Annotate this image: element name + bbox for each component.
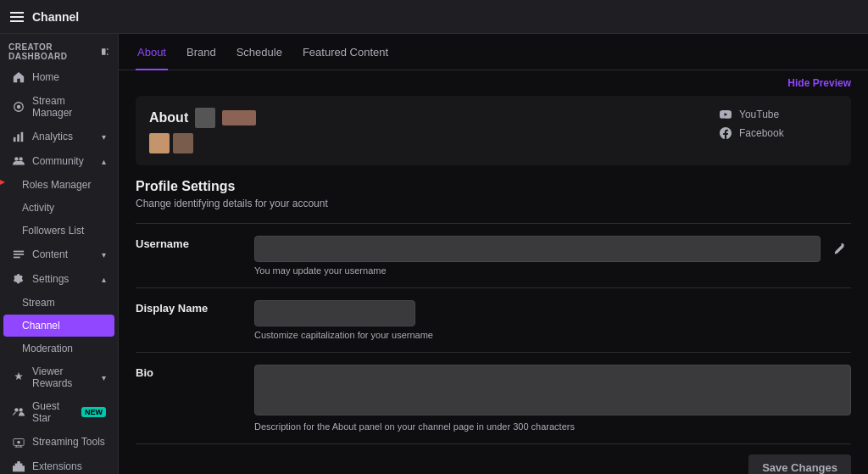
streaming-tools-icon	[12, 435, 25, 449]
sidebar-item-moderation[interactable]: Moderation	[3, 337, 114, 360]
svg-point-1	[17, 105, 20, 109]
username-content: You may update your username	[254, 236, 851, 276]
analytics-icon	[12, 130, 25, 143]
sidebar-item-roles-manager[interactable]: Roles Manager	[3, 174, 114, 196]
svg-point-6	[19, 157, 22, 160]
svg-rect-11	[14, 257, 20, 259]
tab-about[interactable]: About	[136, 46, 168, 70]
main-content: About Brand Schedule Featured Content Hi…	[119, 34, 868, 474]
preview-left: About	[149, 108, 705, 153]
facebook-link[interactable]: Facebook	[719, 126, 837, 140]
preview-panel: About YouTube	[136, 96, 851, 165]
tabs: About Brand Schedule Featured Content	[119, 34, 868, 70]
viewer-rewards-icon	[12, 371, 25, 384]
sidebar-item-extensions[interactable]: Extensions	[3, 454, 114, 474]
profile-settings-title: Profile Settings	[136, 179, 851, 194]
svg-point-13	[19, 408, 22, 411]
sidebar-item-channel[interactable]: Channel	[3, 315, 114, 337]
color-block-2	[173, 133, 193, 153]
community-icon	[12, 154, 25, 168]
bio-textarea[interactable]	[254, 365, 851, 415]
bio-hint: Description for the About panel on your …	[254, 421, 851, 432]
content-icon	[12, 248, 25, 261]
youtube-link[interactable]: YouTube	[719, 108, 837, 121]
bio-row: Bio Description for the About panel on y…	[136, 352, 851, 443]
display-name-input[interactable]	[254, 300, 415, 326]
svg-rect-10	[14, 254, 24, 255]
community-chevron: ▴	[102, 157, 106, 166]
collapse-icon[interactable]	[99, 46, 109, 58]
username-hint: You may update your username	[254, 265, 851, 276]
display-name-hint: Customize capitalization for your userna…	[254, 330, 851, 340]
sidebar-item-stream-manager[interactable]: Stream Manager	[3, 90, 114, 124]
facebook-icon	[719, 126, 732, 140]
sidebar-item-settings[interactable]: Settings ▴	[3, 267, 114, 291]
svg-rect-9	[14, 251, 24, 253]
svg-rect-4	[21, 132, 24, 142]
sidebar-item-streaming-tools[interactable]: Streaming Tools	[3, 430, 114, 454]
display-name-label: Display Name	[136, 300, 237, 315]
arrow-annotation	[0, 172, 5, 192]
viewer-rewards-chevron: ▾	[102, 373, 106, 382]
preview-right: YouTube Facebook	[719, 108, 837, 140]
topbar-title: Channel	[32, 10, 79, 24]
display-name-content: Customize capitalization for your userna…	[254, 300, 851, 340]
preview-avatar-wide	[222, 110, 256, 125]
tab-brand[interactable]: Brand	[185, 46, 218, 70]
username-row: Username You may update your username	[136, 223, 851, 287]
username-input-row	[254, 236, 851, 262]
sidebar-item-activity[interactable]: Activity	[3, 197, 114, 219]
sidebar-section-header: CREATOR DASHBOARD	[0, 34, 118, 64]
menu-icon[interactable]	[10, 12, 24, 22]
analytics-chevron: ▾	[102, 132, 106, 142]
save-changes-button[interactable]: Save Changes	[748, 454, 851, 474]
profile-settings: Profile Settings Change identifying deta…	[136, 179, 851, 443]
bio-label: Bio	[136, 365, 237, 379]
sidebar-item-stream[interactable]: Stream	[3, 292, 114, 314]
username-edit-button[interactable]	[827, 237, 851, 261]
sidebar: CREATOR DASHBOARD Home Stream Manager An…	[0, 34, 119, 474]
sidebar-item-community[interactable]: Community ▴	[3, 149, 114, 173]
svg-rect-3	[17, 134, 19, 142]
settings-chevron: ▴	[102, 275, 106, 284]
username-label: Username	[136, 236, 237, 250]
color-block-1	[149, 133, 170, 153]
content-chevron: ▾	[102, 250, 106, 259]
bio-content: Description for the About panel on your …	[254, 365, 851, 432]
svg-point-15	[17, 441, 20, 444]
home-icon	[12, 70, 25, 84]
settings-footer: Save Changes	[136, 443, 851, 474]
settings-icon	[12, 272, 25, 286]
hide-preview-button[interactable]: Hide Preview	[787, 77, 851, 89]
svg-point-5	[14, 157, 18, 160]
preview-about-title: About	[149, 108, 705, 128]
sidebar-item-guest-star[interactable]: Guest Star NEW	[3, 395, 114, 429]
tab-featured-content[interactable]: Featured Content	[301, 46, 390, 70]
sidebar-item-followers-list[interactable]: Followers List	[3, 220, 114, 242]
svg-point-12	[14, 408, 18, 411]
sidebar-item-home[interactable]: Home	[3, 65, 114, 89]
youtube-icon	[719, 108, 732, 121]
topbar: Channel	[0, 0, 868, 34]
sidebar-item-content[interactable]: Content ▾	[3, 243, 114, 266]
sidebar-item-viewer-rewards[interactable]: Viewer Rewards ▾	[3, 360, 114, 394]
new-badge: NEW	[81, 407, 106, 417]
extensions-icon	[12, 460, 25, 473]
guest-star-icon	[12, 405, 25, 419]
tab-schedule[interactable]: Schedule	[235, 46, 284, 70]
username-input[interactable]	[254, 236, 821, 262]
svg-rect-2	[14, 137, 16, 142]
preview-avatar-small	[195, 108, 215, 128]
layout: CREATOR DASHBOARD Home Stream Manager An…	[0, 34, 868, 474]
profile-settings-subtitle: Change identifying details for your acco…	[136, 198, 851, 209]
display-name-row: Display Name Customize capitalization fo…	[136, 287, 851, 352]
stream-manager-icon	[12, 100, 25, 114]
sidebar-item-analytics[interactable]: Analytics ▾	[3, 125, 114, 148]
preview-bar: Hide Preview	[119, 70, 868, 96]
preview-colors	[149, 133, 705, 153]
